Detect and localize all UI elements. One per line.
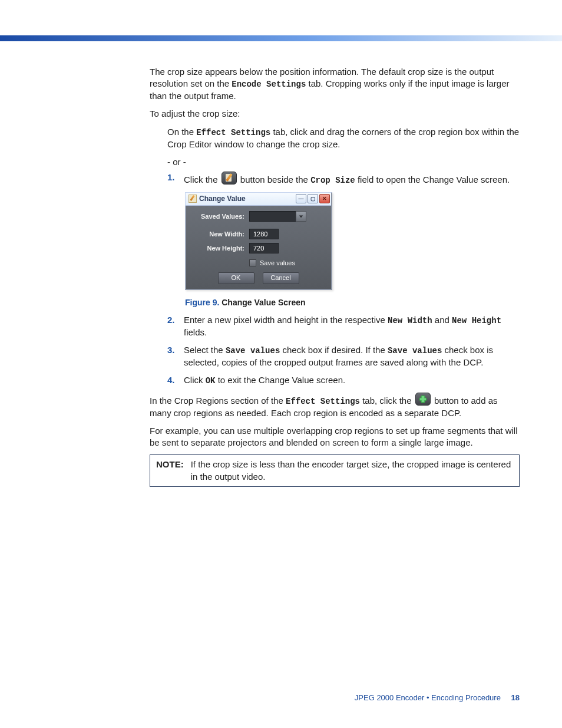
text: fields. bbox=[184, 327, 207, 337]
save-values-label: Save values bbox=[260, 259, 295, 268]
step-4: 4. Click OK to exit the Change Value scr… bbox=[167, 374, 520, 387]
text: and bbox=[435, 315, 452, 325]
code-ok: OK bbox=[206, 376, 216, 386]
step-1: 1. Click the button beside the Crop Size… bbox=[167, 172, 520, 186]
or-separator: - or - bbox=[167, 156, 520, 168]
paragraph-example: For example, you can use multiple overla… bbox=[150, 425, 520, 449]
code-effect-settings-2: Effect Settings bbox=[286, 397, 360, 406]
note-label: NOTE: bbox=[156, 459, 184, 470]
text: to exit the Change Value screen. bbox=[218, 375, 346, 385]
minimize-button[interactable]: — bbox=[296, 194, 306, 203]
code-new-width: New Width bbox=[388, 316, 432, 325]
step-number: 2. bbox=[167, 314, 178, 326]
saved-values-label: Saved Values: bbox=[190, 212, 249, 221]
text: Select the bbox=[184, 345, 226, 355]
save-values-checkbox[interactable] bbox=[249, 259, 256, 266]
code-new-height: New Height bbox=[452, 316, 501, 325]
ok-button[interactable]: OK bbox=[218, 272, 254, 284]
chevron-down-icon[interactable] bbox=[296, 211, 306, 222]
dialog-title-text: Change Value bbox=[199, 194, 246, 203]
new-width-input[interactable]: 1280 bbox=[249, 229, 279, 239]
step-1-body: Click the button beside the Crop Size fi… bbox=[184, 172, 520, 186]
svg-marker-0 bbox=[299, 215, 303, 218]
step-4-body: Click OK to exit the Change Value screen… bbox=[184, 374, 520, 387]
step-3: 3. Select the Save values check box if d… bbox=[167, 344, 520, 368]
row-new-height: New Height: 720 bbox=[190, 241, 326, 255]
step-number: 4. bbox=[167, 374, 178, 386]
saved-values-select[interactable] bbox=[249, 211, 296, 222]
text: In the Crop Regions section of the bbox=[150, 396, 286, 406]
text: Click the bbox=[184, 174, 220, 185]
window-buttons: — ▢ ✕ bbox=[296, 194, 330, 203]
paragraph-on-effect: On the Effect Settings tab, click and dr… bbox=[167, 126, 520, 150]
edit-icon[interactable] bbox=[222, 172, 237, 185]
row-new-width: New Width: 1280 bbox=[190, 227, 326, 241]
note-box: NOTE: If the crop size is less than the … bbox=[150, 454, 520, 487]
text: Enter a new pixel width and height in th… bbox=[184, 315, 388, 325]
paragraph-to-adjust: To adjust the crop size: bbox=[150, 108, 520, 120]
figure-number: Figure 9. bbox=[185, 298, 222, 307]
figure-title: Change Value Screen bbox=[222, 298, 305, 307]
cancel-button[interactable]: Cancel bbox=[263, 272, 299, 284]
page-content: The crop size appears below the position… bbox=[150, 66, 520, 487]
change-value-dialog: Change Value — ▢ ✕ Saved Values: bbox=[185, 192, 332, 290]
page-footer: JPEG 2000 Encoder • Encoding Procedure 1… bbox=[355, 693, 520, 703]
code-save-values: Save values bbox=[226, 346, 280, 355]
dialog-buttons: OK Cancel bbox=[190, 272, 326, 284]
close-button[interactable]: ✕ bbox=[319, 194, 330, 203]
text: tab, click the bbox=[362, 396, 414, 406]
code-encode-settings: Encode Settings bbox=[232, 80, 306, 89]
step-number: 3. bbox=[167, 344, 178, 356]
step-2: 2. Enter a new pixel width and height in… bbox=[167, 314, 520, 338]
paragraph-crop-regions: In the Crop Regions section of the Effec… bbox=[150, 393, 520, 419]
row-saved-values: Saved Values: bbox=[190, 209, 326, 223]
dialog-body: Saved Values: New Width: 1280 New Height… bbox=[186, 206, 331, 289]
footer-text: JPEG 2000 Encoder • Encoding Procedure bbox=[355, 693, 501, 702]
add-icon[interactable] bbox=[415, 393, 431, 406]
text: check box if desired. If the bbox=[282, 345, 387, 355]
figure-9-wrap: Change Value — ▢ ✕ Saved Values: bbox=[185, 192, 520, 290]
text: field to open the Change Value screen. bbox=[358, 174, 510, 185]
paragraph-intro-1: The crop size appears below the position… bbox=[150, 66, 520, 102]
new-width-label: New Width: bbox=[190, 230, 249, 239]
figure-caption: Figure 9. Change Value Screen bbox=[185, 297, 520, 308]
step-3-body: Select the Save values check box if desi… bbox=[184, 344, 520, 368]
code-save-values-2: Save values bbox=[388, 346, 442, 355]
text: On the bbox=[167, 127, 196, 137]
step-2-body: Enter a new pixel width and height in th… bbox=[184, 314, 520, 338]
code-effect-settings: Effect Settings bbox=[196, 128, 270, 137]
text: button beside the bbox=[240, 174, 310, 185]
maximize-button[interactable]: ▢ bbox=[308, 194, 318, 203]
text: Click bbox=[184, 375, 206, 385]
svg-rect-4 bbox=[420, 398, 426, 400]
dialog-titlebar: Change Value — ▢ ✕ bbox=[186, 193, 331, 206]
step-number: 1. bbox=[167, 172, 178, 183]
footer-page: 18 bbox=[511, 693, 520, 702]
new-height-label: New Height: bbox=[190, 244, 249, 253]
header-gradient-bar bbox=[0, 35, 562, 41]
note-text: If the crop size is less than the encode… bbox=[191, 459, 513, 483]
dialog-title-icon bbox=[189, 195, 197, 203]
code-crop-size: Crop Size bbox=[310, 176, 355, 185]
new-height-input[interactable]: 720 bbox=[249, 243, 279, 253]
row-save-values: Save values bbox=[249, 259, 326, 268]
